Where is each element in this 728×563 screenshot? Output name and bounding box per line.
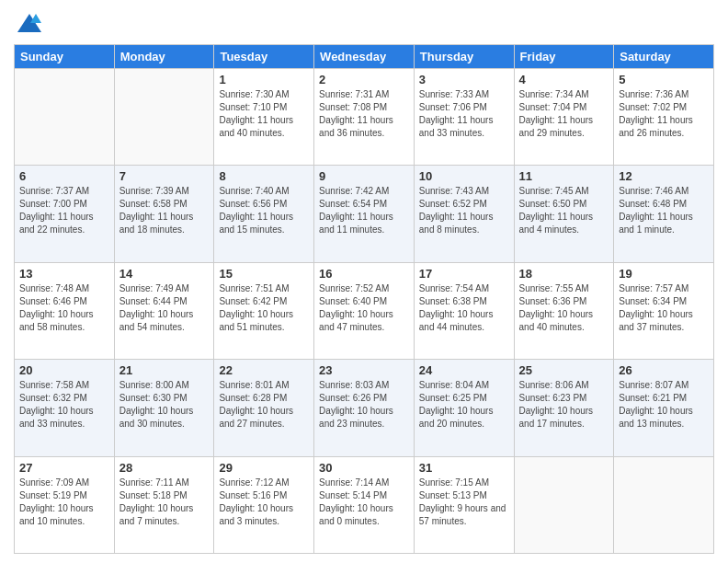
day-number: 27 — [19, 461, 109, 475]
calendar-cell: 5Sunrise: 7:36 AM Sunset: 7:02 PM Daylig… — [614, 69, 714, 166]
day-number: 20 — [19, 363, 109, 377]
day-info: Sunrise: 7:46 AM Sunset: 6:48 PM Dayligh… — [619, 185, 709, 236]
header — [14, 9, 714, 37]
day-info: Sunrise: 7:40 AM Sunset: 6:56 PM Dayligh… — [219, 185, 309, 236]
day-info: Sunrise: 8:01 AM Sunset: 6:28 PM Dayligh… — [219, 379, 309, 431]
page: SundayMondayTuesdayWednesdayThursdayFrid… — [0, 0, 728, 563]
day-number: 1 — [219, 73, 309, 86]
day-number: 17 — [419, 267, 509, 281]
calendar-header-row: SundayMondayTuesdayWednesdayThursdayFrid… — [15, 45, 714, 69]
day-number: 8 — [219, 169, 309, 183]
calendar-cell: 20Sunrise: 7:58 AM Sunset: 6:32 PM Dayli… — [15, 360, 115, 456]
day-number: 5 — [619, 73, 709, 86]
calendar-cell: 14Sunrise: 7:49 AM Sunset: 6:44 PM Dayli… — [114, 262, 214, 359]
day-info: Sunrise: 7:49 AM Sunset: 6:44 PM Dayligh… — [119, 282, 210, 334]
day-info: Sunrise: 7:34 AM Sunset: 7:04 PM Dayligh… — [519, 88, 609, 140]
calendar-cell: 8Sunrise: 7:40 AM Sunset: 6:56 PM Daylig… — [214, 166, 314, 262]
calendar-week-row: 20Sunrise: 7:58 AM Sunset: 6:32 PM Dayli… — [15, 360, 714, 456]
calendar-cell: 31Sunrise: 7:15 AM Sunset: 5:13 PM Dayli… — [414, 456, 514, 553]
day-info: Sunrise: 7:11 AM Sunset: 5:18 PM Dayligh… — [119, 477, 210, 528]
calendar-header-sunday: Sunday — [15, 45, 115, 69]
day-number: 18 — [519, 267, 609, 281]
calendar-week-row: 6Sunrise: 7:37 AM Sunset: 7:00 PM Daylig… — [15, 166, 714, 262]
day-info: Sunrise: 7:54 AM Sunset: 6:38 PM Dayligh… — [419, 282, 509, 334]
day-number: 26 — [619, 363, 709, 377]
day-info: Sunrise: 7:45 AM Sunset: 6:50 PM Dayligh… — [519, 185, 609, 236]
day-info: Sunrise: 7:31 AM Sunset: 7:08 PM Dayligh… — [319, 88, 409, 140]
day-number: 2 — [319, 73, 409, 86]
day-number: 12 — [619, 169, 709, 183]
calendar-table: SundayMondayTuesdayWednesdayThursdayFrid… — [14, 44, 714, 554]
day-number: 11 — [519, 169, 609, 183]
day-number: 19 — [619, 267, 709, 281]
calendar-cell: 17Sunrise: 7:54 AM Sunset: 6:38 PM Dayli… — [414, 262, 514, 359]
day-info: Sunrise: 8:00 AM Sunset: 6:30 PM Dayligh… — [119, 379, 210, 431]
day-number: 28 — [119, 461, 210, 475]
day-info: Sunrise: 7:48 AM Sunset: 6:46 PM Dayligh… — [19, 282, 109, 334]
calendar-header-monday: Monday — [114, 45, 214, 69]
day-info: Sunrise: 7:58 AM Sunset: 6:32 PM Dayligh… — [19, 379, 109, 431]
calendar-header-thursday: Thursday — [414, 45, 514, 69]
day-number: 6 — [19, 169, 109, 183]
calendar-cell: 27Sunrise: 7:09 AM Sunset: 5:19 PM Dayli… — [15, 456, 115, 553]
calendar-cell — [15, 69, 115, 166]
day-number: 13 — [19, 267, 109, 281]
day-info: Sunrise: 8:06 AM Sunset: 6:23 PM Dayligh… — [519, 379, 609, 431]
day-info: Sunrise: 7:12 AM Sunset: 5:16 PM Dayligh… — [219, 477, 309, 528]
day-number: 22 — [219, 363, 309, 377]
day-number: 9 — [319, 169, 409, 183]
calendar-cell: 19Sunrise: 7:57 AM Sunset: 6:34 PM Dayli… — [614, 262, 714, 359]
calendar-cell: 24Sunrise: 8:04 AM Sunset: 6:25 PM Dayli… — [414, 360, 514, 456]
calendar-week-row: 13Sunrise: 7:48 AM Sunset: 6:46 PM Dayli… — [15, 262, 714, 359]
day-number: 31 — [419, 461, 509, 475]
day-info: Sunrise: 7:42 AM Sunset: 6:54 PM Dayligh… — [319, 185, 409, 236]
calendar-cell: 3Sunrise: 7:33 AM Sunset: 7:06 PM Daylig… — [414, 69, 514, 166]
calendar-header-tuesday: Tuesday — [214, 45, 314, 69]
calendar-cell: 29Sunrise: 7:12 AM Sunset: 5:16 PM Dayli… — [214, 456, 314, 553]
calendar-cell: 10Sunrise: 7:43 AM Sunset: 6:52 PM Dayli… — [414, 166, 514, 262]
day-info: Sunrise: 7:33 AM Sunset: 7:06 PM Dayligh… — [419, 88, 509, 140]
day-info: Sunrise: 7:43 AM Sunset: 6:52 PM Dayligh… — [419, 185, 509, 236]
calendar-cell: 9Sunrise: 7:42 AM Sunset: 6:54 PM Daylig… — [314, 166, 415, 262]
calendar-cell: 30Sunrise: 7:14 AM Sunset: 5:14 PM Dayli… — [314, 456, 415, 553]
calendar-header-wednesday: Wednesday — [314, 45, 415, 69]
calendar-cell: 22Sunrise: 8:01 AM Sunset: 6:28 PM Dayli… — [214, 360, 314, 456]
calendar-cell: 23Sunrise: 8:03 AM Sunset: 6:26 PM Dayli… — [314, 360, 415, 456]
day-number: 25 — [519, 363, 609, 377]
day-number: 15 — [219, 267, 309, 281]
day-info: Sunrise: 7:51 AM Sunset: 6:42 PM Dayligh… — [219, 282, 309, 334]
calendar-cell: 11Sunrise: 7:45 AM Sunset: 6:50 PM Dayli… — [514, 166, 614, 262]
day-number: 10 — [419, 169, 509, 183]
day-number: 30 — [319, 461, 409, 475]
day-number: 23 — [319, 363, 409, 377]
day-info: Sunrise: 7:52 AM Sunset: 6:40 PM Dayligh… — [319, 282, 409, 334]
day-info: Sunrise: 8:07 AM Sunset: 6:21 PM Dayligh… — [619, 379, 709, 431]
day-number: 3 — [419, 73, 509, 86]
calendar-cell: 26Sunrise: 8:07 AM Sunset: 6:21 PM Dayli… — [614, 360, 714, 456]
calendar-cell — [114, 69, 214, 166]
day-info: Sunrise: 7:14 AM Sunset: 5:14 PM Dayligh… — [319, 477, 409, 528]
calendar-cell: 18Sunrise: 7:55 AM Sunset: 6:36 PM Dayli… — [514, 262, 614, 359]
day-number: 4 — [519, 73, 609, 86]
day-info: Sunrise: 7:30 AM Sunset: 7:10 PM Dayligh… — [219, 88, 309, 140]
calendar-cell: 2Sunrise: 7:31 AM Sunset: 7:08 PM Daylig… — [314, 69, 415, 166]
day-number: 16 — [319, 267, 409, 281]
calendar-cell: 16Sunrise: 7:52 AM Sunset: 6:40 PM Dayli… — [314, 262, 415, 359]
calendar-cell: 21Sunrise: 8:00 AM Sunset: 6:30 PM Dayli… — [114, 360, 214, 456]
day-info: Sunrise: 7:57 AM Sunset: 6:34 PM Dayligh… — [619, 282, 709, 334]
day-info: Sunrise: 7:39 AM Sunset: 6:58 PM Dayligh… — [119, 185, 210, 236]
logo-icon — [16, 9, 43, 37]
calendar-cell: 28Sunrise: 7:11 AM Sunset: 5:18 PM Dayli… — [114, 456, 214, 553]
day-number: 21 — [119, 363, 210, 377]
day-info: Sunrise: 7:36 AM Sunset: 7:02 PM Dayligh… — [619, 88, 709, 140]
calendar-cell — [614, 456, 714, 553]
day-info: Sunrise: 7:55 AM Sunset: 6:36 PM Dayligh… — [519, 282, 609, 334]
day-number: 29 — [219, 461, 309, 475]
calendar-header-friday: Friday — [514, 45, 614, 69]
calendar-cell: 6Sunrise: 7:37 AM Sunset: 7:00 PM Daylig… — [15, 166, 115, 262]
calendar-header-saturday: Saturday — [614, 45, 714, 69]
logo — [14, 9, 43, 37]
calendar-cell: 12Sunrise: 7:46 AM Sunset: 6:48 PM Dayli… — [614, 166, 714, 262]
calendar-cell: 15Sunrise: 7:51 AM Sunset: 6:42 PM Dayli… — [214, 262, 314, 359]
calendar-cell: 4Sunrise: 7:34 AM Sunset: 7:04 PM Daylig… — [514, 69, 614, 166]
